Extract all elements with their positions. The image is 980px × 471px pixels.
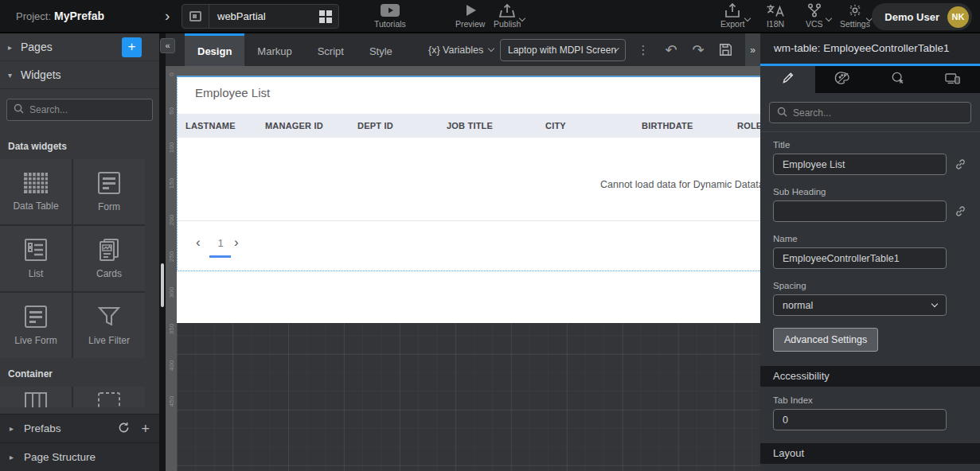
advanced-settings-button[interactable]: Advanced Settings — [773, 328, 878, 352]
widget-tile-cards[interactable]: Cards — [73, 226, 145, 291]
accessibility-section-header[interactable]: Accessibility — [760, 366, 980, 387]
ruler-tick: 400 — [168, 354, 175, 378]
variables-dropdown[interactable]: {x} Variables — [428, 33, 494, 66]
pages-label: Pages — [21, 41, 53, 53]
tab-devices[interactable] — [925, 66, 980, 93]
project-label: Project:MyPrefab — [16, 10, 104, 22]
title-field-input[interactable] — [773, 154, 947, 175]
widget-search[interactable] — [6, 99, 153, 121]
spacing-select[interactable]: normal — [773, 294, 947, 316]
properties-search-input[interactable] — [793, 107, 963, 119]
preview-button[interactable]: Preview — [455, 3, 485, 29]
table-empty-message: Cannot load data for Dynamic Datata — [600, 179, 761, 190]
refresh-icon[interactable] — [118, 422, 130, 436]
redo-icon[interactable]: ↷ — [688, 33, 709, 66]
tab-index-field-input[interactable] — [773, 409, 947, 430]
collapse-sidebar-button[interactable]: « — [160, 38, 175, 53]
widgets-label: Widgets — [21, 68, 61, 81]
widget-tile-form[interactable]: Form — [73, 159, 145, 224]
properties-search[interactable] — [769, 102, 971, 123]
partial-tab[interactable]: webPartial — [182, 4, 339, 29]
tutorials-button[interactable]: Tutorials — [374, 3, 406, 29]
save-icon[interactable] — [715, 33, 736, 66]
column-header[interactable]: BIRTHDATE — [642, 121, 737, 130]
bind-link-icon[interactable] — [954, 204, 967, 218]
column-header[interactable]: JOB TITLE — [447, 121, 545, 130]
add-prefab-button[interactable]: + — [141, 422, 150, 436]
widget-tile-live-filter[interactable]: Live Filter — [73, 293, 145, 358]
data-table-widget[interactable]: Employee List LASTNAME MANAGER ID DEPT I… — [177, 76, 760, 271]
pager-next-icon[interactable]: › — [234, 235, 239, 251]
sidebar-item-prefabs[interactable]: ▸ Prefabs + — [0, 414, 159, 442]
more-options-icon[interactable]: ⋮ — [637, 33, 650, 66]
tab-styles[interactable] — [815, 66, 870, 93]
tab-events[interactable] — [870, 66, 925, 93]
vcs-branch-icon — [806, 3, 822, 18]
caret-down-icon: ▾ — [8, 71, 21, 80]
name-field-label: Name — [773, 234, 967, 243]
properties-panel: wm-table: EmployeeControllerTable1 — [760, 33, 980, 471]
subheading-field-input[interactable] — [773, 200, 947, 222]
pager-page-number[interactable]: 1 — [213, 237, 228, 249]
canvas-toolbar: Design Markup Script Style {x} Variables… — [166, 33, 760, 66]
tab-script[interactable]: Script — [305, 33, 357, 66]
variables-label: {x} Variables — [428, 45, 483, 56]
tab-style[interactable]: Style — [357, 33, 405, 66]
sidebar-bottom: ▸ Prefabs + ▸ Page Structure — [0, 414, 159, 471]
settings-button[interactable]: Settings — [840, 3, 870, 29]
sidebar-item-widgets[interactable]: ▾ Widgets — [0, 61, 159, 89]
search-icon — [14, 103, 24, 117]
properties-form: Title Sub Heading Name Spacing — [760, 132, 980, 464]
bind-link-icon[interactable] — [954, 158, 967, 171]
wavemaker-studio: Project:MyPrefab › webPartial Tutorials … — [0, 0, 980, 471]
tutorials-icon — [380, 3, 400, 18]
widget-tile-data-table[interactable]: Data Table — [0, 159, 72, 224]
column-header[interactable]: LASTNAME — [185, 121, 265, 130]
expand-toolbar-button[interactable]: » — [745, 33, 760, 66]
device-selector[interactable]: Laptop with MDPI Screen — [500, 39, 626, 61]
data-widgets-section-label: Data widgets — [0, 130, 159, 159]
caret-right-icon: ▸ — [8, 43, 21, 52]
left-sidebar: ▸ Pages + ▾ Widgets Data widgets Data Ta… — [0, 33, 159, 471]
i18n-button[interactable]: I18N — [766, 3, 785, 29]
publish-button[interactable]: Publish — [494, 3, 521, 29]
chevron-down-icon — [744, 15, 751, 21]
export-button[interactable]: Export — [720, 3, 744, 29]
devices-icon — [945, 72, 961, 88]
undo-icon[interactable]: ↶ — [661, 33, 681, 66]
ruler-tick: 0 — [168, 63, 175, 87]
widget-search-input[interactable] — [29, 104, 153, 115]
settings-gear-icon — [847, 3, 863, 18]
partial-tab-label: webPartial — [209, 10, 313, 22]
vcs-button[interactable]: VCS — [806, 3, 823, 29]
widget-tile-layout-grid[interactable] — [0, 387, 72, 407]
top-bar: Project:MyPrefab › webPartial Tutorials … — [0, 0, 980, 33]
add-page-button[interactable]: + — [122, 37, 142, 57]
column-header[interactable]: DEPT ID — [357, 121, 447, 130]
sidebar-item-pages[interactable]: ▸ Pages + — [0, 33, 159, 61]
widget-tile-live-form[interactable]: Live Form — [0, 293, 72, 358]
tab-markup[interactable]: Markup — [244, 33, 304, 66]
pager-prev-icon[interactable]: ‹ — [196, 235, 201, 251]
tab-properties[interactable] — [760, 66, 815, 93]
column-header[interactable]: MANAGER ID — [265, 121, 357, 130]
tab-design[interactable]: Design — [185, 33, 244, 66]
preview-play-icon — [463, 3, 478, 18]
layout-section-header[interactable]: Layout — [760, 443, 980, 464]
widget-tile-container[interactable] — [73, 387, 145, 407]
dashboard-grid-icon[interactable] — [313, 10, 338, 23]
page-preview[interactable]: Employee List LASTNAME MANAGER ID DEPT I… — [177, 76, 760, 323]
column-header[interactable]: ROLE — [737, 121, 761, 130]
table-header-row: LASTNAME MANAGER ID DEPT ID JOB TITLE CI… — [178, 114, 761, 138]
table-body: Cannot load data for Dynamic Datata — [178, 138, 761, 220]
sidebar-item-page-structure[interactable]: ▸ Page Structure — [0, 442, 159, 471]
user-menu[interactable]: Demo User NK — [872, 3, 972, 30]
column-header[interactable]: CITY — [545, 121, 642, 130]
widget-tile-list[interactable]: List — [0, 226, 72, 291]
name-field-input[interactable] — [773, 247, 947, 269]
cards-icon — [97, 238, 121, 262]
breadcrumb-chevron-icon: › — [165, 7, 170, 25]
live-form-icon — [24, 305, 48, 329]
sidebar-scrollbar[interactable] — [161, 263, 164, 307]
caret-right-icon: ▸ — [10, 453, 24, 461]
